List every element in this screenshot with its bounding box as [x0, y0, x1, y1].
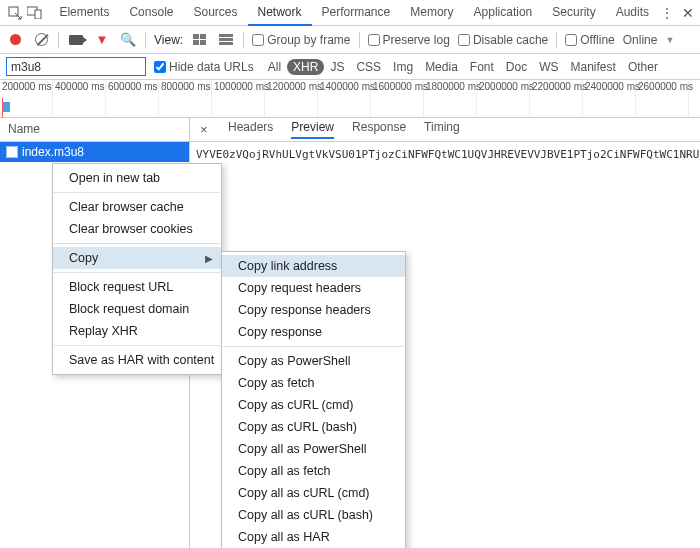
- tab-security[interactable]: Security: [542, 0, 605, 26]
- close-detail-icon[interactable]: ×: [200, 122, 214, 137]
- menu-item[interactable]: Copy request headers: [222, 277, 405, 299]
- tab-memory[interactable]: Memory: [400, 0, 463, 26]
- tab-network[interactable]: Network: [248, 0, 312, 26]
- filter-type-img[interactable]: Img: [387, 59, 419, 75]
- copy-submenu: Copy link addressCopy request headersCop…: [221, 251, 406, 548]
- menu-separator: [223, 346, 404, 347]
- tab-audits[interactable]: Audits: [606, 0, 659, 26]
- menu-item[interactable]: Clear browser cookies: [53, 218, 221, 240]
- filter-type-css[interactable]: CSS: [350, 59, 387, 75]
- network-toolbar: ▼ 🔍 View: Group by frame Preserve log Di…: [0, 26, 700, 54]
- filter-type-media[interactable]: Media: [419, 59, 464, 75]
- menu-separator: [54, 243, 220, 244]
- filter-type-all[interactable]: All: [262, 59, 287, 75]
- menu-item[interactable]: Copy as cURL (bash): [222, 416, 405, 438]
- chevron-down-icon[interactable]: ▼: [665, 35, 674, 45]
- menu-item[interactable]: Copy response headers: [222, 299, 405, 321]
- tab-console[interactable]: Console: [119, 0, 183, 26]
- search-icon[interactable]: 🔍: [119, 31, 137, 49]
- menu-item[interactable]: Replay XHR: [53, 320, 221, 342]
- tab-elements[interactable]: Elements: [49, 0, 119, 26]
- view-label: View:: [154, 33, 183, 47]
- devtools-tabbar: ElementsConsoleSourcesNetworkPerformance…: [0, 0, 700, 26]
- timeline-tick: 400000 ms: [53, 80, 106, 117]
- submenu-arrow-icon: ▶: [205, 253, 213, 264]
- hide-data-urls-checkbox[interactable]: Hide data URLs: [154, 60, 254, 74]
- timeline-tick: 800000 ms: [159, 80, 212, 117]
- timeline-tick: 1800000 ms: [424, 80, 477, 117]
- menu-item[interactable]: Copy all as HAR: [222, 526, 405, 548]
- timeline-overview[interactable]: 200000 ms400000 ms600000 ms800000 ms1000…: [0, 80, 700, 118]
- timeline-cursor: [2, 98, 3, 118]
- tab-sources[interactable]: Sources: [183, 0, 247, 26]
- timeline-tick: 1200000 ms: [265, 80, 318, 117]
- clear-button[interactable]: [32, 31, 50, 49]
- filter-type-js[interactable]: JS: [324, 59, 350, 75]
- menu-item[interactable]: Block request domain: [53, 298, 221, 320]
- group-by-frame-checkbox[interactable]: Group by frame: [252, 33, 350, 47]
- timeline-tick: 2400000 ms: [583, 80, 636, 117]
- request-context-menu: Open in new tabClear browser cacheClear …: [52, 163, 222, 375]
- offline-checkbox[interactable]: Offline: [565, 33, 614, 47]
- menu-item[interactable]: Open in new tab: [53, 167, 221, 189]
- filter-input[interactable]: [6, 57, 146, 76]
- name-column-header[interactable]: Name: [0, 118, 189, 142]
- timeline-tick: 1600000 ms: [371, 80, 424, 117]
- filter-type-xhr[interactable]: XHR: [287, 59, 324, 75]
- menu-item[interactable]: Copy all as cURL (bash): [222, 504, 405, 526]
- request-name: index.m3u8: [22, 145, 84, 159]
- menu-item[interactable]: Copy as cURL (cmd): [222, 394, 405, 416]
- request-row[interactable]: index.m3u8: [0, 142, 189, 162]
- close-icon[interactable]: ✕: [682, 5, 694, 21]
- detail-tab-timing[interactable]: Timing: [424, 120, 460, 139]
- menu-separator: [54, 272, 220, 273]
- preserve-log-checkbox[interactable]: Preserve log: [368, 33, 450, 47]
- menu-item[interactable]: Save as HAR with content: [53, 349, 221, 371]
- menu-item[interactable]: Copy all as cURL (cmd): [222, 482, 405, 504]
- timeline-tick: 2600000 ms: [636, 80, 689, 117]
- menu-item[interactable]: Copy response: [222, 321, 405, 343]
- menu-item[interactable]: Clear browser cache: [53, 196, 221, 218]
- waterfall-icon[interactable]: [217, 31, 235, 49]
- inspect-icon[interactable]: [6, 2, 24, 24]
- timeline-tick: 600000 ms: [106, 80, 159, 117]
- tab-performance[interactable]: Performance: [312, 0, 401, 26]
- menu-item[interactable]: Copy all as fetch: [222, 460, 405, 482]
- device-toggle-icon[interactable]: [26, 2, 44, 24]
- menu-separator: [54, 192, 220, 193]
- filter-bar: Hide data URLs AllXHRJSCSSImgMediaFontDo…: [0, 54, 700, 80]
- timeline-tick: 2200000 ms: [530, 80, 583, 117]
- detail-tab-preview[interactable]: Preview: [291, 120, 334, 139]
- menu-item[interactable]: Copy▶: [53, 247, 221, 269]
- menu-separator: [54, 345, 220, 346]
- filter-type-manifest[interactable]: Manifest: [565, 59, 622, 75]
- large-rows-icon[interactable]: [191, 31, 209, 49]
- menu-item[interactable]: Copy as PowerShell: [222, 350, 405, 372]
- record-button[interactable]: [6, 31, 24, 49]
- disable-cache-checkbox[interactable]: Disable cache: [458, 33, 548, 47]
- kebab-icon[interactable]: ⋮: [661, 6, 674, 20]
- svg-rect-2: [35, 10, 41, 19]
- menu-item[interactable]: Copy all as PowerShell: [222, 438, 405, 460]
- filter-icon[interactable]: ▼: [93, 31, 111, 49]
- filter-type-doc[interactable]: Doc: [500, 59, 533, 75]
- timeline-tick: 1400000 ms: [318, 80, 371, 117]
- throttling-select[interactable]: Online: [623, 33, 658, 47]
- detail-tab-headers[interactable]: Headers: [228, 120, 273, 139]
- filter-type-ws[interactable]: WS: [533, 59, 564, 75]
- filter-type-other[interactable]: Other: [622, 59, 664, 75]
- tab-application[interactable]: Application: [464, 0, 543, 26]
- file-icon: [6, 146, 18, 158]
- detail-tabs: × HeadersPreviewResponseTiming: [190, 118, 700, 142]
- menu-item[interactable]: Block request URL: [53, 276, 221, 298]
- filter-type-font[interactable]: Font: [464, 59, 500, 75]
- screenshot-button[interactable]: [67, 31, 85, 49]
- detail-tab-response[interactable]: Response: [352, 120, 406, 139]
- menu-item[interactable]: Copy link address: [222, 255, 405, 277]
- menu-item[interactable]: Copy as fetch: [222, 372, 405, 394]
- timeline-request-bar: [2, 102, 10, 112]
- timeline-tick: 1000000 ms: [212, 80, 265, 117]
- timeline-tick: 2000000 ms: [477, 80, 530, 117]
